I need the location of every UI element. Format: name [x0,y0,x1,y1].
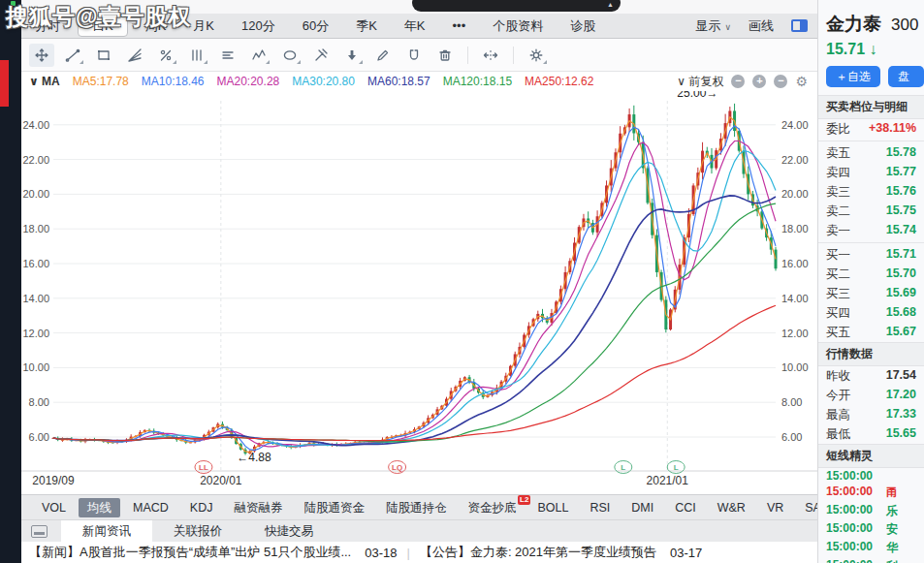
ask-row: 卖二15.75 [818,202,924,221]
tape-row[interactable]: 15:00:00华 [818,539,924,557]
tape-row[interactable]: 15:00:00 [818,468,924,484]
ask-row-label: 卖四 [826,165,850,181]
quote-panel: 金力泰300 15.71 ↓ ＋自选 盘 买卖档位与明细 委比 +38.11% … [817,0,924,563]
ellipse-icon[interactable] [277,44,303,67]
settings-gear-icon[interactable] [524,44,549,67]
market-data-row: 最低15.65 [818,424,924,444]
ma-legend-item: MA30:20.80 [292,75,355,88]
tape-row[interactable]: 15:00:00利 [818,557,924,563]
news-item[interactable]: 【新闻】A股首批一季报预告“成绩单”出炉 51只个股业绩... [29,544,351,561]
indicator-tab-BOLL[interactable]: BOLL [528,498,577,517]
ticker-separator: | [407,546,410,560]
ma-legend-item: MA250:12.62 [525,75,593,88]
tape-row[interactable]: 15:00:00乐 [818,502,924,520]
bid-row: 买三15.69 [818,284,924,303]
indicator-tab-CCI[interactable]: CCI [666,498,705,517]
tape-row[interactable]: 15:00:00甬 [818,484,924,502]
tape-time: 15:00:00 [826,469,873,483]
indicator-tab-W&R[interactable]: W&R [709,498,754,517]
expand-horizontal-icon[interactable] [478,44,503,67]
svg-text:24.00: 24.00 [22,119,49,131]
chart-settings-gear-icon[interactable]: ⚙ [795,75,808,88]
market-data-row: 昨收17.54 [818,366,924,386]
market-data-title: 行情数据 [818,342,924,366]
percent-lines-icon[interactable] [153,44,178,67]
arrow-down-icon[interactable] [339,44,365,67]
tape-stock-name: 安 [886,521,898,538]
indicator-tab-MACD[interactable]: MACD [124,498,177,517]
horizontal-lines-icon[interactable] [215,44,240,67]
indicator-tab-VOL[interactable]: VOL [33,498,75,517]
indicator-tab-RSI[interactable]: RSI [581,498,619,517]
zoom-in-circle-icon[interactable]: + [752,75,766,88]
bottom-tab-新闻资讯[interactable]: 新闻资讯 [61,520,152,543]
last-price: 15.71 ↓ [818,37,924,58]
ma-legend-item: MA120:18.15 [443,75,512,88]
window-restore-icon[interactable] [31,525,48,538]
market-data-row: 今开17.20 [818,386,924,405]
tab-年K[interactable]: 年K [391,14,439,39]
ask-row: 卖五15.78 [818,143,924,163]
indicator-tab-DMI[interactable]: DMI [622,498,662,517]
tab-120分[interactable]: 120分 [228,14,289,39]
zigzag-icon[interactable] [246,44,271,67]
bid-row-label: 买四 [826,305,850,322]
tab-•••[interactable]: ••• [439,14,480,39]
indicator-tab-陆股通持仓[interactable]: 陆股通持仓 [377,498,456,517]
vertical-lines-icon[interactable] [184,44,209,67]
show-menu[interactable]: 显示∨ [695,17,731,35]
svg-text:L: L [674,463,679,472]
news-item[interactable]: 【公告】金力泰: 2021年第一季度业绩预告 [420,544,656,561]
ask-row-price: 15.76 [886,184,916,201]
magnet-icon[interactable] [401,44,427,67]
indicator-tab-均线[interactable]: 均线 [79,498,120,517]
ask-row-label: 卖五 [826,145,850,162]
indicator-tab-资金抄底[interactable]: 资金抄底L2 [459,498,525,517]
rectangle-icon[interactable] [91,44,116,67]
trend-line-icon[interactable] [60,44,85,67]
tab-个股资料[interactable]: 个股资料 [479,14,557,39]
weibi-row: 委比 +38.11% [818,119,924,139]
tab-60分[interactable]: 60分 [289,14,342,39]
ma-legend-toggle[interactable]: ∨ MA [29,75,60,88]
indicator-tab-融资融券[interactable]: 融资融券 [225,498,291,517]
ask-row-price: 15.74 [886,223,916,239]
gann-fan-icon[interactable] [122,44,147,67]
adjust-mode-menu[interactable]: ∨ 前复权 [677,74,723,90]
svg-text:22.00: 22.00 [22,154,49,166]
indicator-tab-VR[interactable]: VR [758,498,792,517]
trash-icon[interactable] [432,44,458,67]
ask-row-price: 15.78 [886,145,916,162]
pencil-icon[interactable] [370,44,396,67]
svg-text:12.00: 12.00 [781,328,809,339]
pitchfork-icon[interactable] [308,44,334,67]
zoom-out-circle-icon[interactable]: − [731,75,745,88]
move-icon[interactable] [29,44,54,67]
svg-text:←4.88: ←4.88 [237,451,271,464]
indicator-tab-陆股通资金[interactable]: 陆股通资金 [295,498,373,517]
cut-off-button[interactable]: 盘 [888,66,924,87]
toolbar-separator [467,47,468,64]
indicator-tab-KDJ[interactable]: KDJ [181,498,222,517]
tabbar-right-group: 显示∨画线 [695,17,817,35]
svg-text:8.00: 8.00 [29,396,49,408]
bid-row-price: 15.71 [886,247,916,264]
drawing-toolbar [21,39,817,72]
ask-row-label: 卖一 [826,223,850,239]
bottom-tab-关联报价[interactable]: 关联报价 [152,520,243,543]
panel-toggle-icon[interactable] [791,19,808,32]
collapse-circle-icon[interactable]: − [774,75,787,88]
add-watchlist-button[interactable]: ＋自选 [826,66,880,87]
tab-季K[interactable]: 季K [342,14,391,39]
ma-legend-item: MA5:17.78 [73,75,129,88]
kline-chart[interactable]: 6.006.008.008.0010.0010.0012.0012.0014.0… [21,91,817,494]
stock-app-window: ▲ 分时日K周K月K120分60分季K年K•••个股资料诊股显示∨画线 ∨ MA… [0,0,924,563]
tape-row[interactable]: 15:00:00安 [818,520,924,539]
market-data-row: 最高17.33 [818,405,924,424]
tab-诊股[interactable]: 诊股 [557,14,609,39]
bottom-tab-快捷交易[interactable]: 快捷交易 [243,520,335,543]
tape-time: 15:00:00 [826,503,873,519]
bid-row-label: 买五 [826,325,850,341]
draw-lines-button[interactable]: 画线 [749,17,774,35]
market-label: 今开 [826,388,850,404]
